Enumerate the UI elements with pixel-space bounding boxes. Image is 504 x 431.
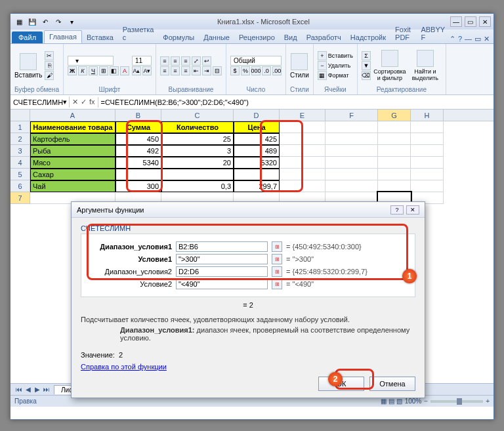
col-header-A[interactable]: A	[30, 110, 116, 121]
doc-close-icon[interactable]: ✕	[484, 35, 490, 43]
dialog-help-icon[interactable]: ?	[390, 205, 404, 215]
minimize-button[interactable]: —	[450, 16, 462, 27]
cell[interactable]: 489	[234, 145, 280, 157]
insert-cell-label[interactable]: Вставить	[328, 51, 353, 60]
inc-dec-icon[interactable]: .0	[262, 66, 271, 75]
cancel-button[interactable]: Отмена	[369, 377, 415, 391]
cell[interactable]	[378, 180, 411, 192]
zoom-out-icon[interactable]: −	[424, 398, 428, 405]
tab-abbyy[interactable]: ABBYY F	[416, 24, 450, 43]
tab-layout[interactable]: Разметка с	[118, 24, 159, 43]
range-select-icon[interactable]: ⊞	[272, 266, 282, 277]
cell[interactable]	[280, 145, 326, 157]
save-icon[interactable]: 💾	[26, 16, 38, 27]
cell[interactable]	[280, 157, 326, 169]
cell[interactable]	[378, 133, 411, 145]
arg-input[interactable]	[176, 241, 268, 252]
col-header-D[interactable]: D	[234, 110, 280, 121]
align-bot-icon[interactable]: ≡	[181, 56, 190, 66]
col-header-G[interactable]: G	[378, 110, 411, 121]
cell[interactable]: Мясо	[30, 157, 116, 169]
col-header-E[interactable]: E	[280, 110, 326, 121]
underline-icon[interactable]: Ч	[89, 66, 98, 75]
col-header-C[interactable]: C	[161, 110, 234, 121]
qat-dropdown-icon[interactable]: ▾	[66, 16, 77, 27]
cell[interactable]	[280, 121, 326, 133]
indent-inc-icon[interactable]: ⇥	[202, 66, 211, 75]
tab-insert[interactable]: Вставка	[82, 31, 118, 43]
cell[interactable]: Сахар	[30, 169, 116, 180]
cell[interactable]	[378, 169, 411, 180]
align-center-icon[interactable]: ≡	[171, 66, 180, 75]
arg-input[interactable]	[176, 266, 268, 277]
cell[interactable]	[234, 169, 280, 180]
paste-icon[interactable]	[20, 53, 37, 70]
percent-icon[interactable]: %	[241, 66, 250, 75]
row-header[interactable]: 2	[10, 133, 30, 145]
bold-icon[interactable]: Ж	[68, 66, 77, 75]
cell[interactable]: 0,3	[161, 180, 234, 192]
autosum-icon[interactable]: Σ	[362, 51, 371, 60]
select-all-corner[interactable]	[10, 110, 30, 121]
cell[interactable]: Рыба	[30, 145, 116, 157]
shrink-font-icon[interactable]: A▾	[142, 66, 152, 75]
doc-min-icon[interactable]: —	[465, 35, 472, 43]
tab-home[interactable]: Главная	[44, 30, 82, 43]
cell[interactable]	[411, 121, 444, 133]
cell[interactable]	[326, 157, 378, 169]
col-header-H[interactable]: H	[411, 110, 444, 121]
number-format-dropdown[interactable]: Общий	[230, 56, 282, 66]
header-cell[interactable]: Цена	[234, 121, 280, 133]
styles-icon[interactable]	[291, 53, 308, 70]
range-select-icon[interactable]: ⊞	[272, 241, 282, 252]
find-select-icon[interactable]	[417, 50, 434, 67]
name-box-dropdown-icon[interactable]: ▾	[63, 98, 67, 106]
cell[interactable]: 5340	[116, 157, 161, 169]
prev-sheet-icon[interactable]: ◀	[24, 386, 33, 393]
merge-icon[interactable]: ⊟	[213, 66, 222, 75]
row-header[interactable]: 5	[10, 169, 30, 180]
cell[interactable]: 299,7	[234, 180, 280, 192]
tab-view[interactable]: Вид	[280, 31, 302, 43]
cell[interactable]: Картофель	[30, 133, 116, 145]
cell[interactable]	[326, 180, 378, 192]
align-mid-icon[interactable]: ≡	[171, 56, 180, 66]
zoom-level[interactable]: 100%	[405, 398, 422, 405]
align-left-icon[interactable]: ≡	[160, 66, 169, 75]
dialog-close-icon[interactable]: ✕	[406, 205, 419, 215]
redo-icon[interactable]: ↷	[52, 16, 64, 27]
range-select-icon[interactable]: ⊞	[272, 279, 282, 289]
range-select-icon[interactable]: ⊞	[272, 254, 282, 264]
italic-icon[interactable]: К	[78, 66, 87, 75]
indent-dec-icon[interactable]: ⇤	[192, 66, 201, 75]
zoom-in-icon[interactable]: +	[486, 398, 490, 405]
delete-cell-label[interactable]: Удалить	[328, 61, 350, 70]
row-header[interactable]: 7	[10, 192, 30, 204]
header-cell[interactable]: Наименование товара	[30, 121, 116, 133]
format-painter-icon[interactable]: 🖌	[45, 71, 54, 80]
cell[interactable]	[411, 169, 444, 180]
row-header[interactable]: 3	[10, 145, 30, 157]
help-link[interactable]: Справка по этой функции	[81, 363, 167, 371]
tab-developer[interactable]: Разработч	[302, 31, 346, 43]
next-sheet-icon[interactable]: ▶	[33, 386, 42, 393]
cell[interactable]: 3	[161, 145, 234, 157]
align-top-icon[interactable]: ≡	[160, 56, 169, 66]
cell[interactable]	[411, 180, 444, 192]
header-cell[interactable]: Сумма	[116, 121, 161, 133]
cell[interactable]	[378, 157, 411, 169]
name-box[interactable]: СЧЁТЕСЛИМН▾	[10, 96, 70, 108]
cell[interactable]	[326, 121, 378, 133]
first-sheet-icon[interactable]: ⏮	[14, 386, 24, 393]
cut-icon[interactable]: ✂	[45, 51, 54, 60]
cell[interactable]	[378, 121, 411, 133]
close-button[interactable]: ✕	[479, 16, 491, 27]
cell[interactable]	[116, 169, 161, 180]
cell[interactable]	[378, 145, 411, 157]
currency-icon[interactable]: $	[230, 66, 240, 75]
formula-input[interactable]: =СЧЁТЕСЛИМН(B2:B6;">300";D2:D6;"<490")	[98, 97, 494, 108]
tab-data[interactable]: Данные	[199, 31, 234, 43]
cell[interactable]: 20	[161, 157, 234, 169]
cell[interactable]: 25	[161, 133, 234, 145]
format-cell-label[interactable]: Формат	[328, 71, 349, 80]
